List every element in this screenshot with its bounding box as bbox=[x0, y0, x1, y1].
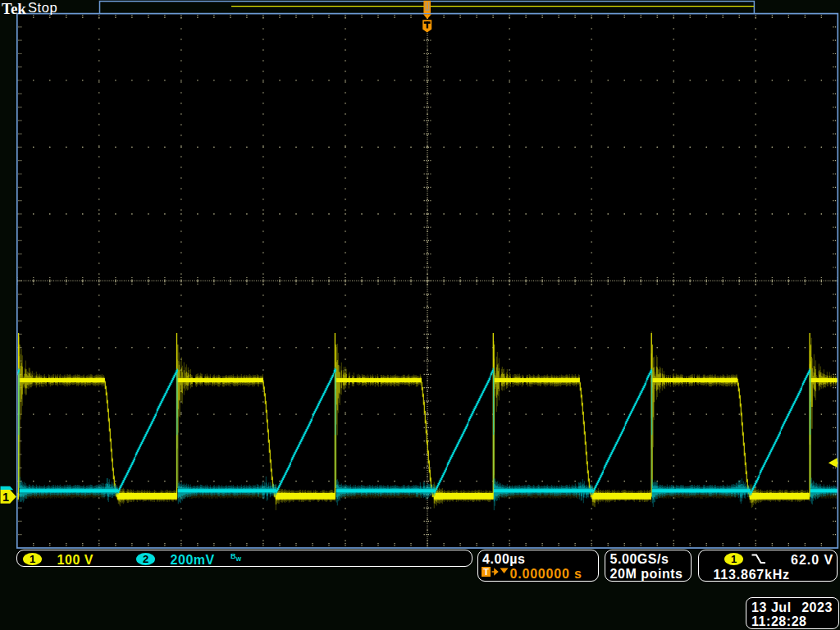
svg-text:1: 1 bbox=[2, 491, 9, 504]
